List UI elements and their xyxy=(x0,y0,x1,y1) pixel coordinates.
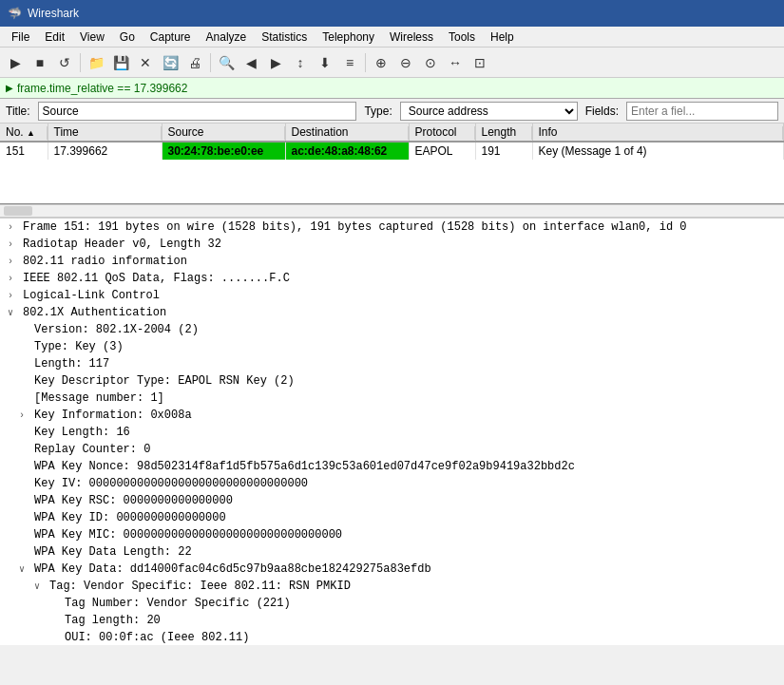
detail-line-wpa-mic[interactable]: WPA Key MIC: 000000000000000000000000000… xyxy=(0,526,784,543)
detail-text: Key Information: 0x008a xyxy=(34,409,192,422)
detail-text: Radiotap Header v0, Length 32 xyxy=(23,238,221,251)
menu-item-capture[interactable]: Capture xyxy=(143,29,199,46)
detail-line-key-iv[interactable]: Key IV: 00000000000000000000000000000000 xyxy=(0,475,784,492)
find-packet-button[interactable]: 🔍 xyxy=(215,51,238,74)
detail-line-wpa-rsc[interactable]: WPA Key RSC: 0000000000000000 xyxy=(0,492,784,509)
expander-icon: › xyxy=(8,239,19,250)
detail-line-key-data[interactable]: ∨WPA Key Data: dd14000fac04c6d5c97b9aa88… xyxy=(0,561,784,578)
detail-line-oui[interactable]: OUI: 00:0f:ac (Ieee 802.11) xyxy=(0,629,784,645)
detail-line-ieee80211[interactable]: ›IEEE 802.11 QoS Data, Flags: .......F.C xyxy=(0,270,784,287)
detail-line-type[interactable]: Type: Key (3) xyxy=(0,338,784,355)
col-header-source[interactable]: Source xyxy=(162,124,285,142)
restart-capture-button[interactable]: ↺ xyxy=(53,51,76,74)
expander-icon: › xyxy=(8,257,19,267)
detail-line-radio-info[interactable]: ›802.11 radio information xyxy=(0,253,784,270)
cell-no: 151 xyxy=(0,142,48,160)
detail-line-8021x[interactable]: ∨802.1X Authentication xyxy=(0,304,784,321)
expander-icon: › xyxy=(8,291,19,301)
filter-bar-toggle-button[interactable]: ≡ xyxy=(338,51,361,74)
title-input[interactable] xyxy=(38,102,357,121)
table-row[interactable]: 151 17.399662 30:24:78:be:e0:ee ac:de:48… xyxy=(0,142,784,160)
type-select[interactable]: Source address xyxy=(400,102,578,121)
cell-length: 191 xyxy=(475,142,532,160)
detail-text: Type: Key (3) xyxy=(34,340,124,353)
detail-line-key-data-len[interactable]: WPA Key Data Length: 22 xyxy=(0,543,784,561)
detail-line-radiotap[interactable]: ›Radiotap Header v0, Length 32 xyxy=(0,236,784,253)
detail-text: Tag: Vendor Specific: Ieee 802.11: RSN P… xyxy=(49,580,351,593)
detail-text: OUI: 00:0f:ac (Ieee 802.11) xyxy=(65,631,249,644)
menu-item-file[interactable]: File xyxy=(4,29,37,46)
jump-first-button[interactable]: ↕ xyxy=(289,51,312,74)
print-button[interactable]: 🖨 xyxy=(183,51,206,74)
packet-table: No. ▲ Time Source Destination Protocol L… xyxy=(0,124,784,160)
menu-item-statistics[interactable]: Statistics xyxy=(254,29,315,46)
detail-text: 802.1X Authentication xyxy=(23,306,166,319)
col-header-no[interactable]: No. ▲ xyxy=(0,124,48,142)
detail-text: WPA Key Data Length: 22 xyxy=(34,545,192,559)
close-file-button[interactable]: ✕ xyxy=(134,51,157,74)
detail-text: IEEE 802.11 QoS Data, Flags: .......F.C xyxy=(23,272,290,285)
packet-detail-pane[interactable]: ›Frame 151: 191 bytes on wire (1528 bits… xyxy=(0,218,784,645)
fit-columns-button[interactable]: ⊙ xyxy=(419,51,442,74)
detail-line-llc[interactable]: ›Logical-Link Control xyxy=(0,287,784,304)
detail-text: Length: 117 xyxy=(34,357,109,371)
fields-label: Fields: xyxy=(585,105,619,118)
table-header-row: No. ▲ Time Source Destination Protocol L… xyxy=(0,124,784,142)
detail-line-version[interactable]: Version: 802.1X-2004 (2) xyxy=(0,321,784,338)
detail-line-frame[interactable]: ›Frame 151: 191 bytes on wire (1528 bits… xyxy=(0,219,784,236)
cell-source: 30:24:78:be:e0:ee xyxy=(162,142,285,160)
go-forward-button[interactable]: ▶ xyxy=(264,51,287,74)
zoom-out-button[interactable]: ⊖ xyxy=(394,51,417,74)
go-back-button[interactable]: ◀ xyxy=(239,51,262,74)
horizontal-scrollbar[interactable] xyxy=(0,204,784,218)
zoom-in-button[interactable]: ⊕ xyxy=(370,51,392,74)
detail-text: Logical-Link Control xyxy=(23,289,160,302)
start-capture-button[interactable]: ▶ xyxy=(4,51,27,74)
detail-text: WPA Key ID: 0000000000000000 xyxy=(34,511,226,524)
detail-line-key-info[interactable]: ›Key Information: 0x008a xyxy=(0,407,784,424)
col-header-info[interactable]: Info xyxy=(532,124,784,142)
toolbar-separator xyxy=(210,53,211,72)
menu-item-analyze[interactable]: Analyze xyxy=(199,29,255,46)
menu-item-tools[interactable]: Tools xyxy=(441,29,483,46)
detail-line-tag-length[interactable]: Tag length: 20 xyxy=(0,612,784,629)
menu-item-help[interactable]: Help xyxy=(483,29,522,46)
menu-item-wireless[interactable]: Wireless xyxy=(382,29,441,46)
expander-icon: ∨ xyxy=(19,563,30,575)
toolbar-btn-18-button[interactable]: ⊡ xyxy=(468,51,491,74)
menu-item-edit[interactable]: Edit xyxy=(37,29,72,46)
cell-destination: ac:de:48:a8:48:62 xyxy=(285,142,409,160)
jump-last-button[interactable]: ⬇ xyxy=(314,51,336,74)
menu-item-go[interactable]: Go xyxy=(112,29,143,46)
title-label: Title: xyxy=(6,105,30,118)
filter-bar: ▶ frame.time_relative == 17.399662 xyxy=(0,78,784,99)
col-header-protocol[interactable]: Protocol xyxy=(409,124,475,142)
toolbar-separator xyxy=(80,53,81,72)
detail-line-replay-cnt[interactable]: Replay Counter: 0 xyxy=(0,441,784,458)
col-header-dest[interactable]: Destination xyxy=(285,124,409,142)
save-file-button[interactable]: 💾 xyxy=(109,51,132,74)
fields-input[interactable] xyxy=(626,102,778,121)
detail-line-key-len[interactable]: Key Length: 16 xyxy=(0,424,784,441)
menu-bar: FileEditViewGoCaptureAnalyzeStatisticsTe… xyxy=(0,27,784,48)
expander-icon: › xyxy=(8,222,19,233)
stop-capture-button[interactable]: ■ xyxy=(29,51,51,74)
menu-item-view[interactable]: View xyxy=(72,29,112,46)
title-row: Title: Type: Source address Fields: xyxy=(0,99,784,124)
toolbar: ▶■↺📁💾✕🔄🖨🔍◀▶↕⬇≡⊕⊖⊙↔⊡ xyxy=(0,48,784,78)
detail-line-tag-number[interactable]: Tag Number: Vendor Specific (221) xyxy=(0,595,784,612)
detail-line-wpa-nonce[interactable]: WPA Key Nonce: 98d502314f8af1d5fb575a6d1… xyxy=(0,458,784,475)
detail-line-msg-num[interactable]: [Message number: 1] xyxy=(0,390,784,407)
menu-item-telephony[interactable]: Telephony xyxy=(315,29,382,46)
col-header-time[interactable]: Time xyxy=(48,124,162,142)
detail-line-wpa-id[interactable]: WPA Key ID: 0000000000000000 xyxy=(0,509,784,526)
detail-line-tag-vendor[interactable]: ∨Tag: Vendor Specific: Ieee 802.11: RSN … xyxy=(0,578,784,595)
col-header-length[interactable]: Length xyxy=(475,124,532,142)
reload-button[interactable]: 🔄 xyxy=(159,51,182,74)
detail-line-length[interactable]: Length: 117 xyxy=(0,355,784,372)
open-file-button[interactable]: 📁 xyxy=(85,51,107,74)
type-label: Type: xyxy=(364,105,392,118)
resize-columns-button[interactable]: ↔ xyxy=(444,51,467,74)
cell-protocol: EAPOL xyxy=(409,142,475,160)
detail-line-key-desc[interactable]: Key Descriptor Type: EAPOL RSN Key (2) xyxy=(0,372,784,390)
